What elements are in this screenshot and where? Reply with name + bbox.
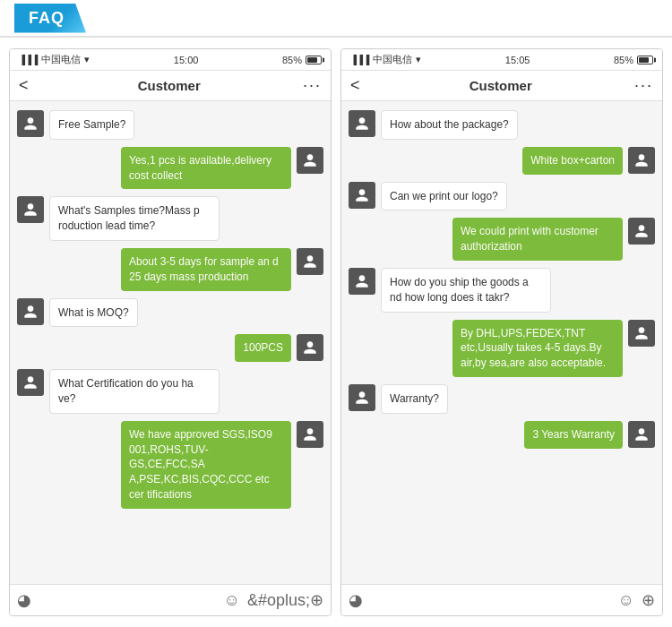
status-left-1: ▐▐▐ 中国电信 ▾ [19, 53, 90, 66]
add-icon-1[interactable]: &#oplus;⊕ [247, 590, 323, 610]
bubble: How about the package? [381, 110, 518, 140]
emoji-icon-1[interactable]: ☺ [224, 591, 240, 610]
bubble: Free Sample? [49, 110, 134, 140]
bubble: We have approved SGS,ISO9 001,ROHS,TUV-G… [121, 421, 291, 509]
phone-panel-2: ▐▐▐ 中国电信 ▾ 15:05 85% < Customer ··· How … [340, 48, 663, 616]
signal-icon-2: ▐▐▐ [350, 55, 369, 64]
nav-bar-2: < Customer ··· [341, 71, 662, 101]
battery-icon-1 [306, 56, 322, 64]
battery-pct-2: 85% [614, 55, 633, 65]
bubble: 3 Years Warranty [524, 421, 623, 449]
bubble: By DHL,UPS,FEDEX,TNT etc,Usually takes 4… [452, 320, 623, 377]
avatar [628, 218, 655, 245]
msg-row: What is MOQ? [17, 298, 323, 328]
back-button-1[interactable]: < [19, 76, 29, 95]
add-icon-2[interactable]: ⊕ [642, 590, 655, 610]
battery-fill-1 [307, 57, 317, 63]
voice-icon-1[interactable]: ◕ [17, 590, 31, 610]
input-bar-1: ◕ ☺ &#oplus;⊕ [10, 584, 331, 615]
avatar [349, 182, 375, 209]
back-button-2[interactable]: < [350, 76, 360, 95]
avatar [349, 110, 375, 137]
msg-row: We have approved SGS,ISO9 001,ROHS,TUV-G… [17, 421, 323, 509]
status-left-2: ▐▐▐ 中国电信 ▾ [350, 53, 421, 66]
panels-container: ▐▐▐ 中国电信 ▾ 15:00 85% < Customer ··· Free… [0, 38, 672, 627]
chat-area-1: Free Sample? Yes,1 pcs is available,deli… [10, 101, 331, 584]
bubble: What is MOQ? [49, 298, 138, 328]
bubble: What's Samples time?Mass p roduction lea… [49, 196, 220, 241]
avatar [628, 147, 655, 174]
input-bar-2: ◕ ☺ ⊕ [341, 584, 662, 615]
bubble: About 3-5 days for sample an d 25 days m… [121, 248, 291, 291]
msg-row: 100PCS [17, 334, 323, 362]
faq-title: FAQ [14, 4, 86, 33]
msg-row: By DHL,UPS,FEDEX,TNT etc,Usually takes 4… [349, 320, 655, 377]
bubble: Can we print our logo? [381, 182, 507, 211]
battery-fill-2 [639, 57, 649, 63]
avatar [349, 268, 375, 295]
msg-row: We could print with customer authorizati… [349, 218, 655, 261]
status-bar-1: ▐▐▐ 中国电信 ▾ 15:00 85% [10, 49, 331, 71]
carrier-1: 中国电信 [41, 53, 81, 66]
avatar [17, 110, 44, 137]
msg-row: How do you ship the goods a nd how long … [349, 268, 655, 313]
chat-area-2: How about the package? White box+carton … [341, 101, 662, 584]
bubble: What Certification do you ha ve? [49, 369, 220, 414]
avatar [17, 369, 44, 396]
msg-row: About 3-5 days for sample an d 25 days m… [17, 248, 323, 291]
bubble: Warranty? [381, 384, 448, 414]
phone-panel-1: ▐▐▐ 中国电信 ▾ 15:00 85% < Customer ··· Free… [9, 48, 332, 616]
page-header: FAQ [0, 0, 672, 38]
bubble: Yes,1 pcs is available,delivery cost col… [121, 147, 291, 190]
avatar [297, 421, 323, 448]
avatar [628, 320, 655, 347]
msg-row: Can we print our logo? [349, 182, 655, 211]
voice-icon-2[interactable]: ◕ [349, 590, 363, 610]
wifi-icon-2: ▾ [416, 54, 421, 65]
avatar [297, 248, 323, 275]
avatar [297, 334, 323, 361]
avatar [17, 196, 44, 223]
msg-row: White box+carton [349, 147, 655, 175]
avatar [628, 421, 655, 448]
time-1: 15:00 [174, 55, 199, 65]
msg-row: What's Samples time?Mass p roduction lea… [17, 196, 323, 241]
bubble: 100PCS [235, 334, 291, 362]
carrier-2: 中国电信 [373, 53, 412, 66]
msg-row: What Certification do you ha ve? [17, 369, 323, 414]
nav-bar-1: < Customer ··· [10, 71, 331, 101]
avatar [349, 384, 375, 411]
avatar [297, 147, 323, 174]
more-button-1[interactable]: ··· [303, 76, 322, 95]
time-2: 15:05 [505, 55, 530, 65]
battery-pct-1: 85% [282, 55, 302, 65]
status-right-2: 85% [614, 55, 653, 65]
status-bar-2: ▐▐▐ 中国电信 ▾ 15:05 85% [341, 49, 662, 71]
bubble: White box+carton [522, 147, 623, 175]
msg-row: 3 Years Warranty [349, 421, 655, 449]
msg-row: How about the package? [349, 110, 655, 140]
nav-title-2: Customer [367, 78, 634, 93]
msg-row: Yes,1 pcs is available,delivery cost col… [17, 147, 323, 190]
status-right-1: 85% [282, 55, 322, 65]
nav-title-1: Customer [36, 78, 303, 93]
avatar [17, 298, 44, 325]
battery-icon-2 [637, 56, 653, 64]
more-button-2[interactable]: ··· [634, 76, 653, 95]
wifi-icon-1: ▾ [84, 54, 90, 65]
bubble: We could print with customer authorizati… [452, 218, 623, 261]
msg-row: Free Sample? [17, 110, 323, 140]
emoji-icon-2[interactable]: ☺ [618, 591, 634, 610]
msg-row: Warranty? [349, 384, 655, 414]
signal-icon-1: ▐▐▐ [19, 55, 38, 64]
bubble: How do you ship the goods a nd how long … [381, 268, 551, 313]
